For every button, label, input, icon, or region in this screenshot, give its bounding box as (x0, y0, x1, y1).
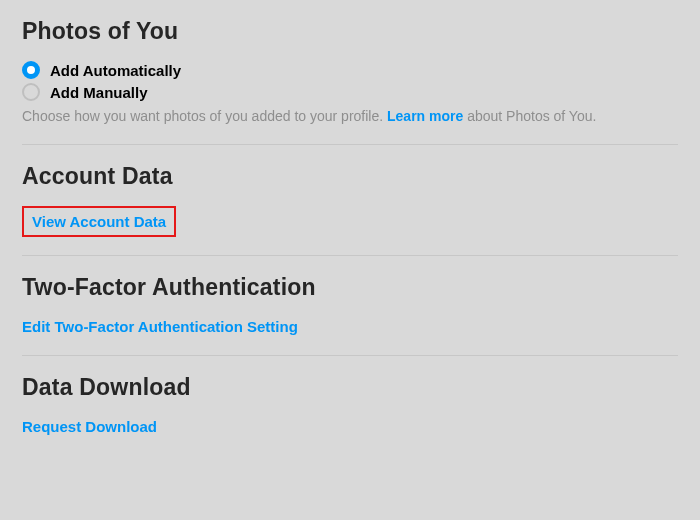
edit-two-factor-link[interactable]: Edit Two-Factor Authentication Setting (22, 317, 298, 337)
section-title-data-download: Data Download (22, 374, 678, 401)
radio-label-manual: Add Manually (50, 84, 148, 101)
section-title-photos: Photos of You (22, 18, 678, 45)
section-two-factor: Two-Factor Authentication Edit Two-Facto… (22, 274, 678, 356)
learn-more-link[interactable]: Learn more (387, 108, 463, 124)
view-account-data-link[interactable]: View Account Data (32, 212, 166, 232)
section-data-download: Data Download Request Download (22, 374, 678, 443)
hint-suffix: about Photos of You. (463, 108, 596, 124)
radio-selected-icon (22, 61, 40, 79)
section-title-two-factor: Two-Factor Authentication (22, 274, 678, 301)
radio-empty-icon (22, 83, 40, 101)
view-account-data-highlight: View Account Data (22, 206, 176, 238)
section-title-account-data: Account Data (22, 163, 678, 190)
radio-label-auto: Add Automatically (50, 62, 181, 79)
radio-row-add-automatically[interactable]: Add Automatically (22, 61, 678, 79)
photos-hint: Choose how you want photos of you added … (22, 107, 678, 126)
hint-prefix: Choose how you want photos of you added … (22, 108, 387, 124)
section-account-data: Account Data View Account Data (22, 163, 678, 257)
radio-row-add-manually[interactable]: Add Manually (22, 83, 678, 101)
settings-page: Photos of You Add Automatically Add Manu… (0, 0, 700, 442)
request-download-link[interactable]: Request Download (22, 417, 157, 437)
section-photos-of-you: Photos of You Add Automatically Add Manu… (22, 18, 678, 145)
